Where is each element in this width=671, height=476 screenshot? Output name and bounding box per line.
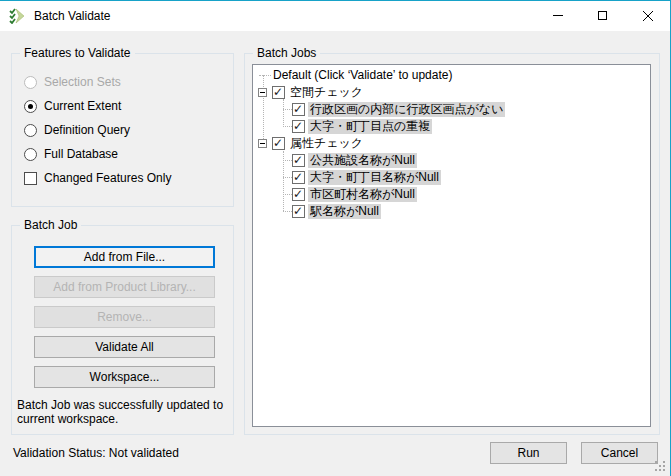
features-options: Selection SetsCurrent ExtentDefinition Q… — [24, 70, 229, 190]
window-controls — [535, 1, 670, 30]
features-to-validate-group: Features to Validate Selection SetsCurre… — [11, 53, 234, 207]
batch-job-group-label: Batch Job — [20, 218, 81, 232]
tree-item-label[interactable]: 行政区画の内部に行政区画点がない — [308, 102, 505, 117]
batch-jobs-group-label: Batch Jobs — [253, 46, 320, 60]
tree-row[interactable]: 市区町村名称がNull — [253, 186, 650, 203]
window-title: Batch Validate — [34, 1, 111, 31]
tree-item-label[interactable]: 大字・町丁目点の重複 — [308, 119, 432, 134]
run-button[interactable]: Run — [490, 442, 567, 464]
option-label: Changed Features Only — [44, 171, 171, 185]
tree-checkbox[interactable] — [292, 154, 305, 167]
batch-job-message: Batch Job was successfully updated to cu… — [17, 398, 228, 426]
maximize-button[interactable] — [580, 1, 625, 30]
batch-job-group: Batch Job Add from File...Add from Produ… — [11, 225, 234, 435]
tree-item-label[interactable]: 市区町村名称がNull — [308, 187, 417, 202]
tree-row[interactable]: 空間チェック — [253, 84, 650, 101]
batch-job-button: Remove... — [34, 306, 215, 328]
cancel-button[interactable]: Cancel — [581, 442, 658, 464]
tree-checkbox[interactable] — [272, 137, 285, 150]
features-group-label: Features to Validate — [20, 46, 135, 60]
option-label: Full Database — [44, 147, 118, 161]
radio-option[interactable]: Definition Query — [24, 118, 229, 142]
collapse-expander-icon[interactable] — [258, 88, 267, 97]
tree-checkbox[interactable] — [292, 171, 305, 184]
radio-indicator[interactable] — [24, 124, 37, 137]
tree-item-label[interactable]: 空間チェック — [288, 85, 365, 100]
batch-jobs-tree[interactable]: Default (Click ‘Validate’ to update)空間チェ… — [252, 64, 651, 427]
radio-indicator[interactable] — [24, 148, 37, 161]
batch-job-button: Add from Product Library... — [34, 276, 215, 298]
tree-checkbox[interactable] — [292, 120, 305, 133]
minimize-button[interactable] — [535, 1, 580, 30]
option-label: Current Extent — [44, 99, 121, 113]
tree-checkbox[interactable] — [292, 188, 305, 201]
tree-row[interactable]: 公共施設名称がNull — [253, 152, 650, 169]
radio-indicator[interactable] — [24, 100, 37, 113]
collapse-expander-icon[interactable] — [258, 139, 267, 148]
tree-row[interactable]: 駅名称がNull — [253, 203, 650, 220]
tree-item-label[interactable]: 駅名称がNull — [308, 204, 381, 219]
tree-row[interactable]: 属性チェック — [253, 135, 650, 152]
batch-jobs-group: Batch Jobs Default (Click ‘Validate’ to … — [244, 53, 660, 435]
tree-checkbox[interactable] — [272, 86, 285, 99]
close-icon — [643, 11, 653, 21]
resize-grip-icon[interactable] — [655, 461, 665, 471]
radio-option: Selection Sets — [24, 70, 229, 94]
radio-option[interactable]: Full Database — [24, 142, 229, 166]
validation-status: Validation Status: Not validated — [13, 446, 179, 460]
batch-job-button[interactable]: Add from File... — [34, 246, 215, 268]
batch-job-buttons: Add from File...Add from Product Library… — [34, 246, 215, 396]
title-bar: Batch Validate — [0, 1, 670, 31]
tree-item-label[interactable]: Default (Click ‘Validate’ to update) — [271, 68, 454, 83]
tree-item-label[interactable]: 属性チェック — [288, 136, 365, 151]
tree-checkbox[interactable] — [292, 103, 305, 116]
tree-row[interactable]: 大字・町丁目名称がNull — [253, 169, 650, 186]
radio-indicator — [24, 76, 37, 89]
tree-row[interactable]: 大字・町丁目点の重複 — [253, 118, 650, 135]
tree-row[interactable]: 行政区画の内部に行政区画点がない — [253, 101, 650, 118]
option-label: Selection Sets — [44, 75, 121, 89]
checkbox-option[interactable]: Changed Features Only — [24, 166, 229, 190]
tree-item-label[interactable]: 公共施設名称がNull — [308, 153, 417, 168]
batch-job-button[interactable]: Workspace... — [34, 366, 215, 388]
tree-item-label[interactable]: 大字・町丁目名称がNull — [308, 170, 441, 185]
option-label: Definition Query — [44, 123, 130, 137]
tree-row[interactable]: Default (Click ‘Validate’ to update) — [253, 67, 650, 84]
checkbox-indicator[interactable] — [24, 172, 37, 185]
maximize-icon — [598, 11, 607, 20]
batch-job-button[interactable]: Validate All — [34, 336, 215, 358]
tree-checkbox[interactable] — [292, 205, 305, 218]
batch-validate-icon — [9, 8, 25, 24]
minimize-icon — [553, 15, 563, 16]
radio-option[interactable]: Current Extent — [24, 94, 229, 118]
close-button[interactable] — [625, 1, 670, 30]
